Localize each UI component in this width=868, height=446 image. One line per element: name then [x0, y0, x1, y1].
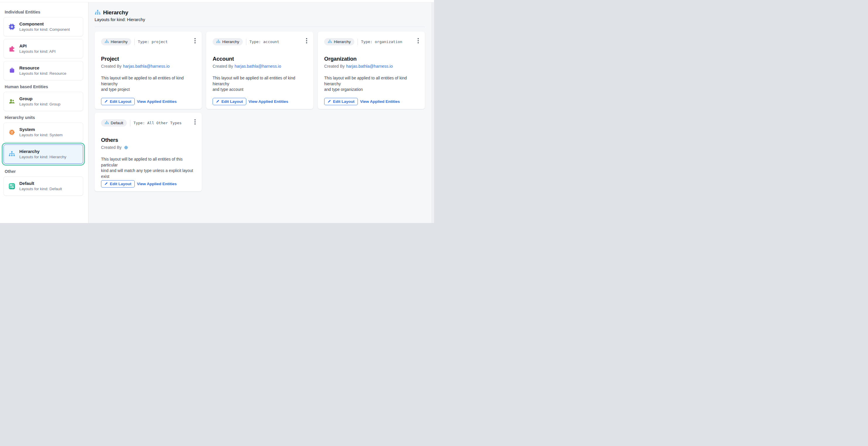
view-applied-entities-link[interactable]: View Applied Entities [360, 98, 400, 105]
sidebar-item-system[interactable]: System Layouts for kind: System [3, 122, 83, 142]
view-applied-entities-link[interactable]: View Applied Entities [137, 180, 177, 187]
harness-avatar-icon [124, 145, 129, 150]
card-menu-button[interactable] [416, 37, 420, 44]
card-menu-button[interactable] [305, 37, 309, 44]
created-by-row: Created By harjas.bathla@harness.io [213, 64, 307, 69]
edit-layout-button[interactable]: Edit Layout [324, 98, 358, 105]
created-by-link[interactable]: harjas.bathla@harness.io [346, 64, 393, 69]
sidebar-item-title: Component [19, 22, 70, 26]
sidebar-item-component[interactable]: Component Layouts for kind: Component [3, 17, 83, 36]
header-divider [95, 27, 425, 27]
badge-divider [246, 39, 246, 45]
hierarchy-icon [104, 39, 109, 44]
section-hierarchy-units: Hierarchy units [3, 115, 83, 164]
sidebar-item-subtitle: Layouts for kind: Default [19, 187, 62, 191]
type-label: Type: account [249, 39, 279, 44]
card-title: Organization [324, 56, 418, 62]
section-individual-entities: Individual Entities Component Layouts fo… [3, 10, 83, 80]
created-by-label: Created By [213, 64, 233, 69]
sidebar-item-subtitle: Layouts for kind: Component [19, 27, 70, 32]
resource-icon [8, 67, 15, 74]
pencil-icon [104, 182, 108, 186]
system-icon [8, 129, 15, 136]
view-applied-entities-link[interactable]: View Applied Entities [249, 98, 288, 105]
api-icon [8, 46, 15, 52]
hierarchy-icon [216, 39, 220, 44]
pencil-icon [104, 99, 108, 104]
page-subtitle: Layouts for kind: Hierarchy [95, 17, 432, 22]
page-header: Hierarchy Layouts for kind: Hierarchy [95, 9, 432, 27]
layout-card-project: Hierarchy Type: project Project Created … [95, 32, 202, 109]
kind-badge: Default [101, 119, 127, 127]
sidebar-item-title: Resource [19, 66, 66, 70]
sidebar-item-api[interactable]: API Layouts for kind: API [3, 39, 83, 58]
badge-divider [134, 39, 135, 45]
kind-badge-label: Hierarchy [111, 39, 128, 44]
section-human-based-entities: Human based Entities Group Layouts for k… [3, 84, 83, 111]
pencil-icon [328, 99, 331, 104]
sidebar-item-default[interactable]: Default Layouts for kind: Default [3, 176, 83, 196]
kind-badge: Hierarchy [324, 38, 354, 46]
component-icon [8, 24, 15, 30]
card-description: This layout will be applied to all entit… [213, 75, 307, 93]
section-label: Human based Entities [5, 84, 83, 89]
card-menu-button[interactable] [193, 37, 197, 44]
created-by-label: Created By [101, 145, 122, 150]
view-applied-entities-link[interactable]: View Applied Entities [137, 98, 177, 105]
badge-divider [358, 39, 358, 45]
kind-badge-label: Hierarchy [222, 39, 239, 44]
layout-card-grid: Hierarchy Type: project Project Created … [95, 32, 432, 191]
edit-layout-button[interactable]: Edit Layout [101, 98, 135, 105]
created-by-row: Created By harjas.bathla@harness.io [101, 64, 195, 69]
card-menu-button[interactable] [193, 118, 197, 126]
badge-divider [130, 120, 130, 126]
sidebar-item-hierarchy[interactable]: Hierarchy Layouts for kind: Hierarchy [3, 145, 83, 164]
card-title: Others [101, 137, 195, 143]
sidebar-item-subtitle: Layouts for kind: System [19, 133, 63, 137]
card-title: Project [101, 56, 195, 62]
created-by-label: Created By [101, 64, 122, 69]
pencil-icon [216, 99, 220, 104]
kind-badge-label: Default [111, 121, 123, 125]
hierarchy-icon [104, 121, 109, 125]
layout-card-organization: Hierarchy Type: organization Organizatio… [318, 32, 425, 109]
section-label: Individual Entities [5, 10, 83, 14]
edit-layout-button[interactable]: Edit Layout [101, 180, 135, 187]
edit-layout-button[interactable]: Edit Layout [213, 98, 246, 105]
hierarchy-icon [328, 39, 332, 44]
created-by-link[interactable]: harjas.bathla@harness.io [123, 64, 169, 69]
created-by-row: Created By harjas.bathla@harness.io [324, 64, 418, 69]
section-other: Other [3, 169, 83, 196]
scrollbar-track[interactable] [432, 2, 434, 223]
type-label: Type: All Other Types [133, 121, 182, 125]
layout-card-account: Hierarchy Type: account Account Created … [206, 32, 313, 109]
section-label: Other [5, 169, 83, 174]
page-title: Hierarchy [103, 9, 128, 16]
card-title: Account [213, 56, 307, 62]
top-band [0, 0, 434, 2]
sidebar-item-title: Group [19, 96, 60, 101]
sidebar-item-subtitle: Layouts for kind: Resource [19, 71, 66, 76]
sidebar-item-title: Hierarchy [19, 149, 66, 154]
kind-badge: Hierarchy [213, 38, 243, 46]
sidebar-item-title: API [19, 44, 56, 48]
card-description: This layout will be applied to all entit… [324, 75, 418, 93]
group-icon [8, 98, 15, 105]
sidebar-item-subtitle: Layouts for kind: Group [19, 102, 60, 107]
card-description: This layout will be applied to all entit… [101, 75, 195, 93]
type-label: Type: organization [361, 39, 402, 44]
created-by-link[interactable]: harjas.bathla@harness.io [235, 64, 281, 69]
sidebar-item-subtitle: Layouts for kind: Hierarchy [19, 155, 66, 159]
sidebar-item-title: System [19, 127, 63, 132]
created-by-label: Created By [324, 64, 345, 69]
created-by-row: Created By [101, 145, 195, 150]
sidebar: Individual Entities Component Layouts fo… [0, 2, 88, 223]
sidebar-item-subtitle: Layouts for kind: API [19, 49, 56, 54]
default-icon [8, 183, 15, 189]
kind-badge: Hierarchy [101, 38, 131, 46]
sidebar-item-group[interactable]: Group Layouts for kind: Group [3, 92, 83, 111]
section-label: Hierarchy units [5, 115, 83, 120]
app-window: Individual Entities Component Layouts fo… [0, 0, 434, 223]
main-content: Hierarchy Layouts for kind: Hierarchy Hi… [89, 2, 432, 223]
sidebar-item-resource[interactable]: Resource Layouts for kind: Resource [3, 61, 83, 80]
